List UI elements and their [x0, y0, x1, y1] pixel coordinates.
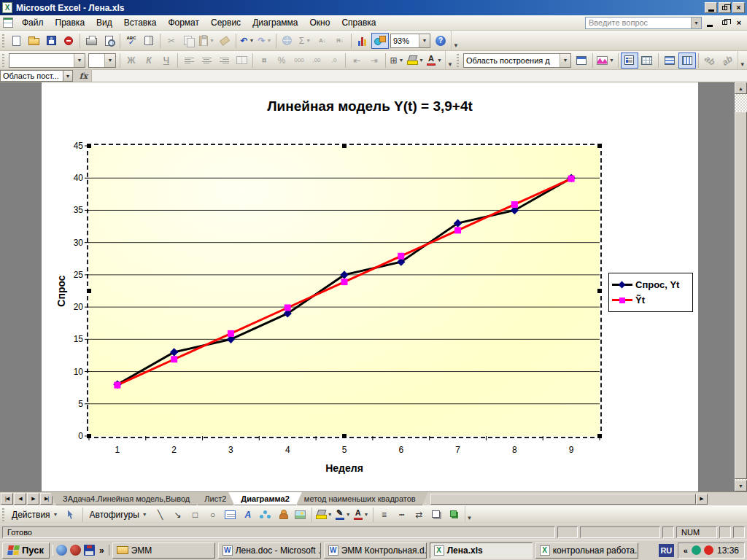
by-column-button[interactable] [678, 52, 696, 69]
permission-button[interactable] [60, 33, 77, 49]
task-button-2[interactable]: WЛена.doc - Microsoft ... [218, 542, 321, 559]
redo-button[interactable]: ↷▼ [256, 33, 274, 49]
rectangle-button[interactable]: □ [187, 507, 204, 523]
arrow-button[interactable]: ↘ [169, 507, 187, 523]
toolbar-options-button[interactable]: ▼ [445, 51, 454, 69]
scroll-right-button[interactable]: ▶ [696, 494, 708, 505]
print-preview-button[interactable] [100, 33, 117, 49]
toolbar-options-button[interactable]: ▼ [465, 506, 474, 523]
chart-objects-combo[interactable]: Область построения д▼ [463, 53, 571, 68]
data-point-1-2[interactable] [171, 356, 177, 362]
chart-title[interactable]: Линейная модель Y(t) = 3,9+4t [42, 98, 698, 114]
chevron-down-icon[interactable]: ▼ [691, 18, 701, 28]
oval-button[interactable]: ○ [204, 507, 222, 523]
hyperlink-button[interactable] [279, 33, 296, 49]
paste-button[interactable]: ▼ [198, 33, 216, 49]
minimize-button[interactable] [705, 2, 717, 13]
format-painter-button[interactable] [216, 33, 233, 49]
format-selection-button[interactable] [573, 52, 590, 69]
new-button[interactable] [7, 33, 25, 49]
data-point-1-3[interactable] [228, 330, 234, 337]
angle-counterclockwise-button[interactable]: ab [719, 52, 736, 69]
align-right-button[interactable] [215, 52, 233, 69]
selection-handle[interactable] [342, 144, 347, 148]
increase-decimal-button[interactable]: ,00 [308, 52, 325, 69]
menu-item-3[interactable]: Вставка [118, 15, 163, 30]
dropdown-arrow[interactable]: ▼ [104, 54, 115, 67]
close-button[interactable]: × [732, 2, 745, 13]
percent-style-button[interactable]: % [273, 52, 290, 69]
shadow-button[interactable] [428, 507, 446, 523]
thousands-style-button[interactable]: 000 [290, 52, 308, 69]
selection-handle[interactable] [597, 289, 602, 293]
actions-menu[interactable]: Действия▼ [7, 508, 63, 521]
dash-style-button[interactable]: ┅ [393, 507, 411, 523]
chart-type-button[interactable]: ▼ [595, 52, 616, 69]
autosum-button[interactable]: Σ▼ [296, 33, 314, 49]
quick-launch-download-icon[interactable] [70, 545, 81, 556]
increase-indent-button[interactable]: ⇥ [365, 52, 383, 69]
language-indicator[interactable]: RU [659, 544, 674, 557]
line-button[interactable]: ╲ [152, 507, 169, 523]
menu-item-8[interactable]: Справка [336, 15, 382, 30]
vertical-scrollbar[interactable]: ▲ ▼ [735, 82, 747, 491]
zoom-combo[interactable]: 93%▼ [390, 34, 430, 48]
data-table-button[interactable] [638, 52, 656, 69]
select-objects-button[interactable] [63, 507, 80, 523]
first-sheet-button[interactable]: |◀ [1, 493, 13, 505]
selection-handle[interactable] [597, 434, 602, 438]
chart-sheet[interactable]: Линейная модель Y(t) = 3,9+4t Спрос Неде… [42, 82, 698, 491]
name-box-dropdown-arrow[interactable]: ▼ [63, 70, 73, 82]
menu-item-4[interactable]: Формат [162, 15, 205, 30]
tray-chevron-icon[interactable]: « [684, 546, 688, 555]
task-button-1[interactable]: ЭММ [112, 542, 215, 559]
toolbar-options-button[interactable]: ▼ [451, 31, 460, 50]
arrow-style-button[interactable]: ⇄ [411, 507, 428, 523]
dropdown-arrow[interactable]: ▼ [419, 34, 430, 47]
align-center-button[interactable] [198, 52, 215, 69]
line-style-button[interactable]: ≡ [376, 507, 393, 523]
legend-toggle-button[interactable] [621, 52, 638, 69]
next-sheet-button[interactable]: ▶ [27, 493, 39, 505]
quick-launch-overflow[interactable]: » [98, 545, 106, 556]
scroll-down-button[interactable]: ▼ [735, 480, 747, 491]
autoshapes-menu[interactable]: Автофигуры▼ [85, 508, 152, 521]
data-point-1-7[interactable] [454, 227, 461, 233]
sort-ascending-button[interactable]: А↓ [314, 33, 331, 49]
font-combo[interactable]: ▼ [9, 53, 85, 68]
legend-item-0[interactable]: Спрос, Yt [612, 279, 689, 290]
chart-wizard-button[interactable] [354, 33, 371, 49]
font-color-button[interactable]: А▼ [352, 507, 371, 523]
italic-button[interactable]: К [140, 52, 158, 69]
restore-button[interactable] [719, 2, 731, 13]
vertical-scroll-thumb[interactable] [735, 112, 747, 479]
cut-button[interactable]: ✂ [163, 33, 180, 49]
menu-item-1[interactable]: Правка [50, 15, 91, 30]
previous-sheet-button[interactable]: ◀ [14, 493, 26, 505]
formula-input[interactable] [92, 70, 747, 82]
by-row-button[interactable] [661, 52, 678, 69]
bold-button[interactable]: Ж [123, 52, 140, 69]
horizontal-scrollbar[interactable]: ▶ [430, 493, 747, 505]
scroll-up-button[interactable]: ▲ [735, 82, 747, 94]
data-point-1-9[interactable] [568, 176, 575, 182]
chart-legend[interactable]: Спрос, YtỸt [608, 273, 693, 312]
toolbar-options-button[interactable]: ▼ [738, 51, 747, 69]
wordart-button[interactable]: A [239, 507, 257, 523]
data-point-1-5[interactable] [341, 279, 348, 285]
drawing-button[interactable] [371, 33, 389, 49]
clipart-button[interactable] [274, 507, 292, 523]
workbook-icon[interactable] [3, 18, 13, 28]
selection-handle[interactable] [87, 289, 91, 293]
underline-button[interactable]: Ч [158, 52, 175, 69]
legend-item-1[interactable]: Ỹt [612, 295, 689, 306]
task-button-5[interactable]: Xконтрольная работа... [535, 542, 638, 559]
diagram-button[interactable] [257, 507, 274, 523]
fill-color-button[interactable]: ▼ [406, 52, 425, 69]
sheet-tab-3[interactable]: Диаграмма2 [228, 492, 302, 505]
data-point-1-6[interactable] [398, 253, 404, 260]
dropdown-arrow[interactable]: ▼ [74, 54, 85, 67]
menu-item-5[interactable]: Сервис [205, 15, 247, 30]
name-box[interactable]: Область пост... [0, 70, 63, 82]
textbox-button[interactable] [222, 507, 239, 523]
